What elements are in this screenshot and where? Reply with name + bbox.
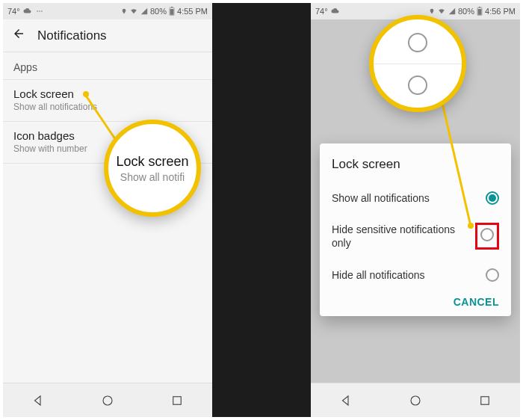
cloudy-icon	[331, 7, 340, 15]
option-hide-all[interactable]: Hide all notifications	[332, 259, 499, 291]
dialog-title: Lock screen	[332, 157, 499, 172]
signal-icon	[140, 7, 148, 15]
svg-point-1	[39, 10, 40, 12]
svg-rect-9	[479, 7, 480, 7]
status-temp: 74°	[315, 7, 328, 16]
nav-home-icon[interactable]	[408, 393, 423, 408]
svg-point-6	[103, 396, 112, 405]
row-subtitle: Show all notifications	[13, 102, 202, 112]
dialog-actions: CANCEL	[332, 291, 499, 309]
radio-icon	[408, 33, 427, 52]
cloudy-icon	[23, 7, 32, 15]
svg-rect-10	[478, 9, 482, 15]
wifi-icon	[437, 7, 446, 15]
svg-rect-7	[173, 396, 182, 404]
radio-icon[interactable]	[486, 268, 499, 282]
svg-rect-5	[170, 9, 174, 15]
nav-recent-icon[interactable]	[477, 393, 492, 408]
status-time: 4:56 PM	[485, 7, 516, 16]
location-icon	[121, 7, 127, 15]
row-lock-screen[interactable]: Lock screen Show all notifications	[3, 80, 212, 121]
radio-selected-icon[interactable]	[486, 191, 499, 205]
svg-point-2	[41, 10, 43, 12]
nav-bar	[3, 383, 212, 417]
stage: 74° 80%	[3, 3, 520, 417]
status-time: 4:55 PM	[177, 7, 208, 16]
cancel-button[interactable]: CANCEL	[454, 296, 499, 308]
nav-back-icon[interactable]	[31, 393, 46, 408]
battery-icon	[169, 7, 175, 16]
svg-rect-4	[171, 7, 173, 7]
radio-icon[interactable]	[480, 228, 494, 241]
status-temp: 74°	[7, 7, 20, 16]
highlight-box	[475, 223, 499, 250]
signal-icon	[448, 7, 456, 15]
status-bar: 74° 80%	[3, 3, 212, 19]
option-show-all[interactable]: Show all notifications	[332, 182, 499, 214]
svg-point-11	[411, 396, 420, 405]
header: Notifications	[3, 19, 212, 52]
wifi-icon	[129, 7, 138, 15]
option-hide-sensitive[interactable]: Hide sensitive notifications only	[332, 214, 499, 259]
nav-recent-icon[interactable]	[170, 393, 185, 408]
phone-left: 74° 80%	[3, 3, 212, 417]
magnifier-radio-buttons	[369, 15, 466, 112]
back-icon[interactable]	[12, 27, 25, 44]
status-signal-pct: 80%	[150, 7, 167, 16]
dialog-lock-screen: Lock screen Show all notifications Hide …	[320, 143, 511, 316]
magnifier-lock-screen: Lock screen Show all notifi	[104, 120, 201, 217]
row-title: Lock screen	[13, 87, 202, 100]
callout-dot	[83, 91, 89, 97]
status-signal-pct: 80%	[458, 7, 474, 16]
magnifier-subtitle: Show all notifi	[120, 171, 185, 183]
more-icon	[35, 7, 44, 15]
option-label: Show all notifications	[332, 191, 430, 205]
location-icon	[429, 7, 435, 15]
callout-dot	[468, 223, 474, 229]
nav-bar	[311, 383, 520, 417]
magnifier-title: Lock screen	[116, 154, 188, 170]
divider	[374, 64, 462, 64]
radio-icon	[408, 75, 427, 95]
nav-home-icon[interactable]	[100, 393, 115, 408]
svg-rect-12	[481, 396, 489, 404]
option-label: Hide all notifications	[332, 268, 425, 282]
option-label: Hide sensitive notifications only	[332, 223, 468, 250]
section-apps[interactable]: Apps	[3, 52, 212, 79]
svg-point-0	[37, 10, 38, 12]
page-title: Notifications	[37, 28, 107, 43]
nav-back-icon[interactable]	[338, 393, 353, 408]
battery-icon	[477, 7, 483, 16]
